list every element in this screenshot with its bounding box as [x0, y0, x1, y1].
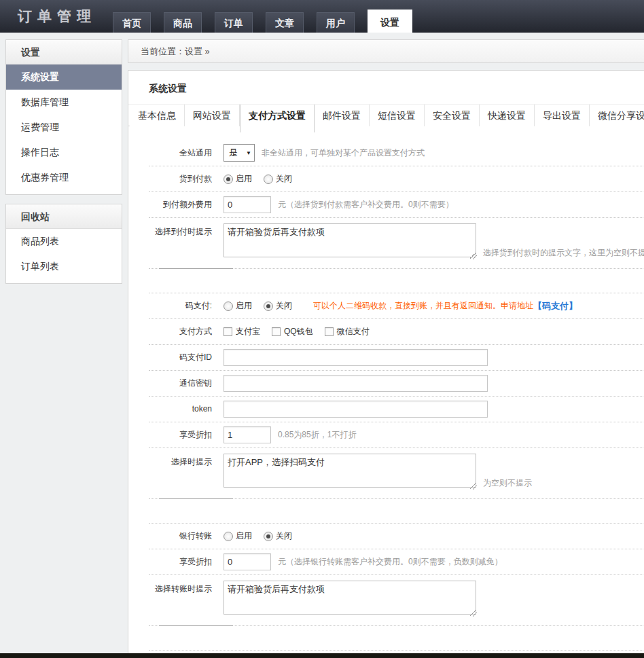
site-wide-label: 全站通用: [149, 145, 223, 162]
site-wide-row: 全站通用是▼非全站通用，可单独对某个产品设置支付方式: [149, 140, 644, 166]
spacer-1: [149, 269, 644, 293]
bank-transfer-enable-label: 启用: [236, 530, 252, 542]
qr-pay-disable-radio[interactable]: [264, 301, 273, 311]
pay-methods-label: 支付方式: [149, 323, 223, 340]
sidebar-item-product-list[interactable]: 商品列表: [6, 229, 122, 254]
qr-discount-input[interactable]: [223, 426, 271, 443]
breadcrumb: 当前位置：设置 »: [128, 39, 644, 63]
nav-tab-products[interactable]: 商品: [164, 12, 202, 33]
cod-label: 货到付款: [149, 170, 223, 187]
transfer-prompt-textarea[interactable]: [223, 581, 476, 615]
resize-handle-icon[interactable]: [470, 483, 477, 490]
qr-pay-field: 启用关闭可以个人二维码收款，直接到账，并且有返回通知。申请地址【码支付】: [223, 300, 577, 312]
sidebar-item-operation-log[interactable]: 操作日志: [6, 140, 122, 165]
alipay-checkbox[interactable]: [223, 327, 232, 336]
bank-transfer-disable-radio[interactable]: [264, 532, 273, 541]
qr-pay-apply-link[interactable]: 【码支付】: [533, 300, 577, 312]
page-title: 系统设置: [128, 71, 644, 104]
breadcrumb-text: 当前位置：设置 »: [141, 46, 210, 56]
qr-prompt-field: 为空则不提示: [223, 454, 532, 490]
nav-tab-orders[interactable]: 订单: [215, 12, 253, 33]
cod-extra-fee-input[interactable]: [223, 196, 271, 213]
sidebar-item-database-management[interactable]: 数据库管理: [6, 90, 122, 115]
chevron-down-icon: ▼: [246, 150, 251, 156]
qr-discount-field: 0.85为85折，1不打折: [223, 426, 356, 443]
transfer-fee-field: 元（选择银行转账需客户补交费用。0则不需要，负数则减免）: [223, 553, 503, 570]
tab-basic-info[interactable]: 基本信息: [130, 105, 185, 126]
sidebar-item-coupon-management[interactable]: 优惠券管理: [6, 165, 122, 190]
qr-discount-label: 享受折扣: [149, 426, 223, 443]
tab-express-settings[interactable]: 快递设置: [480, 105, 535, 126]
cod-prompt-row: 选择到付时提示选择货到付款时的提示文字，这里为空则不提示: [149, 218, 644, 269]
transfer-fee-row: 享受折扣元（选择银行转账需客户补交费用。0则不需要，负数则减免）: [149, 549, 644, 575]
comm-key-field: [223, 375, 488, 392]
cod-extra-fee-label: 到付额外费用: [149, 196, 223, 213]
qr-pay-label: 码支付:: [149, 297, 223, 314]
transfer-fee-input[interactable]: [223, 553, 271, 570]
qr-pay-enable-label: 启用: [236, 300, 252, 312]
spacer-2: [149, 499, 644, 524]
resize-handle-icon[interactable]: [470, 253, 477, 259]
sidebar-item-system-settings[interactable]: 系统设置: [6, 65, 122, 90]
bank-transfer-enable-radio[interactable]: [223, 532, 233, 541]
tab-wechat-share-settings[interactable]: 微信分享设置: [590, 105, 644, 126]
qr-prompt-label: 选择时提示: [149, 454, 223, 469]
transfer-prompt-row: 选择转账时提示: [149, 575, 644, 626]
qr-discount-hint: 0.85为85折，1不打折: [278, 429, 356, 441]
wechat-pay-checkbox-label: 微信支付: [337, 326, 370, 337]
tab-security-settings[interactable]: 安全设置: [425, 105, 480, 126]
nav-tab-home[interactable]: 首页: [113, 12, 151, 33]
cod-disable-radio[interactable]: [264, 175, 273, 184]
qq-wallet-checkbox[interactable]: [272, 327, 281, 336]
qr-pay-enable-radio[interactable]: [223, 301, 233, 311]
comm-key-input[interactable]: [223, 375, 488, 392]
qr-prompt-hint: 为空则不提示: [483, 477, 532, 489]
wechat-pay-checkbox[interactable]: [325, 327, 334, 336]
pay-methods-field: 支付宝QQ钱包微信支付: [223, 326, 381, 337]
token-row: token: [149, 397, 644, 422]
comm-key-row: 通信密钥: [149, 371, 644, 397]
cod-enable-radio[interactable]: [223, 175, 233, 184]
cod-field: 启用关闭: [223, 173, 304, 185]
sidebar-item-order-list[interactable]: 订单列表: [6, 254, 122, 279]
qr-pay-id-input[interactable]: [223, 349, 488, 366]
bank-transfer-label: 银行转账: [149, 528, 223, 545]
token-input[interactable]: [223, 401, 488, 418]
qr-pay-id-label: 码支付ID: [149, 349, 223, 366]
site-wide-select[interactable]: 是▼: [223, 144, 255, 162]
cod-prompt-label: 选择到付时提示: [149, 223, 223, 238]
resize-handle-icon[interactable]: [470, 610, 477, 617]
tab-payment-settings[interactable]: 支付方式设置: [240, 105, 315, 132]
nav-tab-users[interactable]: 用户: [317, 12, 355, 33]
topbar: 订单管理 首页商品订单文章用户设置: [0, 0, 644, 33]
token-field: [223, 401, 488, 418]
sidebar: 设置系统设置数据库管理运费管理操作日志优惠券管理回收站商品列表订单列表: [5, 39, 122, 293]
cod-disable-label: 关闭: [276, 173, 292, 185]
app-title: 订单管理: [18, 0, 96, 33]
tab-email-settings[interactable]: 邮件设置: [315, 105, 370, 126]
tab-export-settings[interactable]: 导出设置: [535, 105, 590, 126]
qr-pay-id-row: 码支付ID: [149, 345, 644, 371]
pay-methods-row: 支付方式支付宝QQ钱包微信支付: [149, 319, 644, 345]
qr-prompt-textarea-wrap: [223, 454, 476, 490]
bank-transfer-row: 银行转账启用关闭: [149, 524, 644, 549]
qr-pay-id-field: [223, 349, 488, 366]
transfer-prompt-field: [223, 581, 476, 617]
site-wide-select-value: 是: [229, 147, 238, 159]
sidebar-item-shipping-management[interactable]: 运费管理: [6, 115, 122, 140]
tab-sms-settings[interactable]: 短信设置: [370, 105, 425, 126]
cod-enable-label: 启用: [236, 173, 252, 185]
main-column: 当前位置：设置 » 系统设置 基本信息网站设置支付方式设置邮件设置短信设置安全设…: [128, 39, 644, 658]
cod-row: 货到付款启用关闭: [149, 166, 644, 192]
tab-site-settings[interactable]: 网站设置: [185, 105, 240, 126]
token-label: token: [149, 401, 223, 418]
nav-tab-articles[interactable]: 文章: [266, 12, 304, 33]
qr-pay-row: 码支付:启用关闭可以个人二维码收款，直接到账，并且有返回通知。申请地址【码支付】: [149, 293, 644, 319]
spacer-3: [149, 626, 644, 651]
settings-form: 全站通用是▼非全站通用，可单独对某个产品设置支付方式货到付款启用关闭到付额外费用…: [128, 126, 644, 658]
cod-prompt-textarea[interactable]: [223, 223, 476, 257]
nav-tab-settings[interactable]: 设置: [368, 10, 412, 33]
qq-wallet-checkbox-label: QQ钱包: [284, 326, 313, 337]
qr-prompt-textarea[interactable]: [223, 454, 476, 488]
cod-prompt-hint: 选择货到付款时的提示文字，这里为空则不提示: [483, 247, 644, 259]
